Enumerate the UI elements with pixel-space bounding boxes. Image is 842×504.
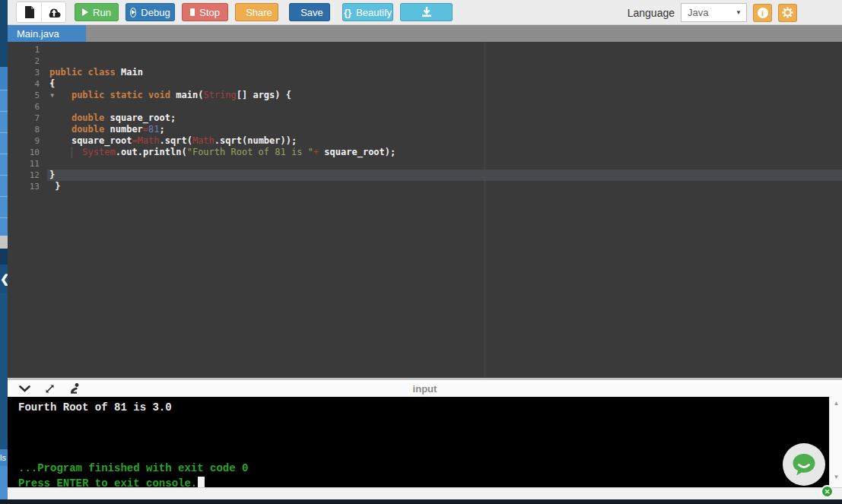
- sidebar-segment[interactable]: [0, 236, 8, 249]
- download-button[interactable]: [400, 3, 453, 21]
- tab-label: Main.java: [17, 28, 59, 40]
- sidebar-segment[interactable]: [0, 132, 8, 154]
- info-button[interactable]: i: [753, 4, 772, 22]
- console-output[interactable]: Fourth Root of 81 is 3.0 ...Program fini…: [8, 397, 829, 487]
- line-number[interactable]: 3: [8, 67, 47, 78]
- sidebar-segment[interactable]: [0, 175, 8, 196]
- code-line[interactable]: double number=81;: [49, 124, 842, 135]
- console-header: input: [8, 378, 842, 397]
- share-button-label: Share: [246, 7, 272, 18]
- code-line[interactable]: }: [49, 170, 842, 181]
- stop-icon: [190, 8, 195, 16]
- sidebar-segment[interactable]: [0, 90, 8, 111]
- sidebar-segment[interactable]: [0, 0, 8, 67]
- code-line[interactable]: [49, 101, 842, 113]
- indent-guide: [71, 147, 72, 158]
- line-number[interactable]: 10: [8, 147, 47, 158]
- sidebar-partial-text: ls: [0, 453, 6, 462]
- chat-button[interactable]: [783, 443, 825, 486]
- code-lines[interactable]: public class Main{ public static void ma…: [49, 44, 842, 192]
- console-line: ...Program finished with exit code 0: [18, 461, 829, 476]
- upload-icon: [47, 7, 61, 17]
- expand-console-button[interactable]: [42, 382, 57, 395]
- code-line[interactable]: [49, 55, 842, 67]
- line-number[interactable]: 12: [8, 170, 47, 181]
- line-number[interactable]: 9: [8, 135, 47, 147]
- chat-close-button[interactable]: ✕: [821, 485, 834, 498]
- code-line[interactable]: public static void main(String[] args) {: [49, 90, 842, 101]
- line-number[interactable]: 1: [8, 44, 47, 55]
- file-button-group: [16, 2, 66, 23]
- code-line[interactable]: [49, 44, 842, 55]
- chevron-down-icon: ▼: [736, 9, 742, 16]
- new-file-button[interactable]: [17, 2, 41, 22]
- detach-console-button[interactable]: [67, 382, 82, 395]
- code-line[interactable]: {: [49, 78, 842, 90]
- line-number[interactable]: 4▼: [8, 78, 47, 90]
- sidebar-segment[interactable]: [0, 466, 8, 501]
- sidebar-segment[interactable]: [0, 154, 8, 175]
- tab-main-java[interactable]: Main.java: [8, 25, 86, 42]
- code-line[interactable]: double square_root;: [49, 113, 842, 124]
- language-select[interactable]: Java ▼: [681, 3, 747, 22]
- code-line[interactable]: public class Main: [49, 67, 842, 78]
- sidebar-segment: [0, 249, 8, 265]
- bottom-bar: [8, 487, 842, 499]
- bottom-strip: [0, 499, 842, 504]
- share-button[interactable]: Share: [235, 3, 278, 21]
- console-scrollbar[interactable]: ▲ ▼: [829, 397, 842, 487]
- braces-icon: {}: [344, 7, 351, 18]
- sidebar-segment[interactable]: [0, 111, 8, 132]
- line-number[interactable]: 2: [8, 55, 47, 67]
- line-number[interactable]: 11: [8, 158, 47, 170]
- line-number[interactable]: 13: [8, 181, 47, 192]
- upload-button[interactable]: [41, 2, 65, 22]
- close-icon: ✕: [825, 488, 831, 496]
- sidebar-partial-label: ls: [0, 449, 8, 466]
- code-editor[interactable]: 1234▼5▼678910111213 public class Main{ p…: [8, 42, 842, 378]
- run-button[interactable]: Run: [75, 3, 119, 21]
- console-line: [18, 430, 829, 445]
- console-line: [18, 415, 829, 430]
- debug-button[interactable]: Debug: [126, 3, 175, 21]
- language-label: Language: [628, 7, 675, 19]
- beautify-button-label: Beautify: [356, 7, 392, 18]
- toolbar: Run Debug Stop Share Save {} Beautify La…: [8, 0, 842, 25]
- console-header-icons: [17, 382, 82, 395]
- sidebar-segment[interactable]: [0, 196, 8, 217]
- scroll-down-button[interactable]: ▼: [830, 472, 842, 483]
- settings-button[interactable]: [778, 4, 797, 22]
- debug-button-label: Debug: [141, 7, 170, 18]
- collapse-console-button[interactable]: [17, 382, 32, 395]
- gear-icon: [782, 7, 793, 18]
- stop-button-label: Stop: [199, 7, 220, 18]
- console-input-label: input: [413, 383, 437, 395]
- chat-bubble-icon: [790, 451, 818, 478]
- expand-icon: [44, 383, 56, 395]
- gutter: 1234▼5▼678910111213: [8, 44, 47, 192]
- beautify-button[interactable]: {} Beautify: [342, 3, 393, 21]
- line-number[interactable]: 7: [8, 113, 47, 124]
- code-line[interactable]: System.out.println("Fourth Root of 81 is…: [49, 147, 842, 158]
- console-line: [18, 445, 829, 461]
- sidebar-segment[interactable]: [0, 67, 8, 90]
- chevron-down-icon: [19, 385, 30, 392]
- line-number[interactable]: 5▼: [8, 90, 47, 101]
- console-line: Fourth Root of 81 is 3.0: [18, 400, 829, 415]
- new-file-icon: [24, 6, 34, 18]
- code-line[interactable]: square_root=Math.sqrt(Math.sqrt(number))…: [49, 135, 842, 147]
- collapsed-sidebar[interactable]: ❮ ls: [0, 0, 8, 499]
- sidebar-segment[interactable]: [0, 217, 8, 236]
- scroll-up-button[interactable]: ▲: [830, 398, 842, 409]
- stop-button[interactable]: Stop: [182, 3, 228, 21]
- line-number[interactable]: 8: [8, 124, 47, 135]
- save-button-label: Save: [300, 7, 323, 18]
- code-line[interactable]: }: [49, 181, 842, 192]
- ide-window: ❮ ls Run Debug Stop Share: [0, 0, 842, 504]
- save-button[interactable]: Save: [289, 3, 330, 21]
- line-number[interactable]: 6: [8, 101, 47, 113]
- sidebar-collapse-button[interactable]: ❮: [0, 265, 8, 293]
- download-icon: [421, 7, 432, 17]
- code-line[interactable]: [49, 158, 842, 170]
- play-icon: [82, 8, 88, 16]
